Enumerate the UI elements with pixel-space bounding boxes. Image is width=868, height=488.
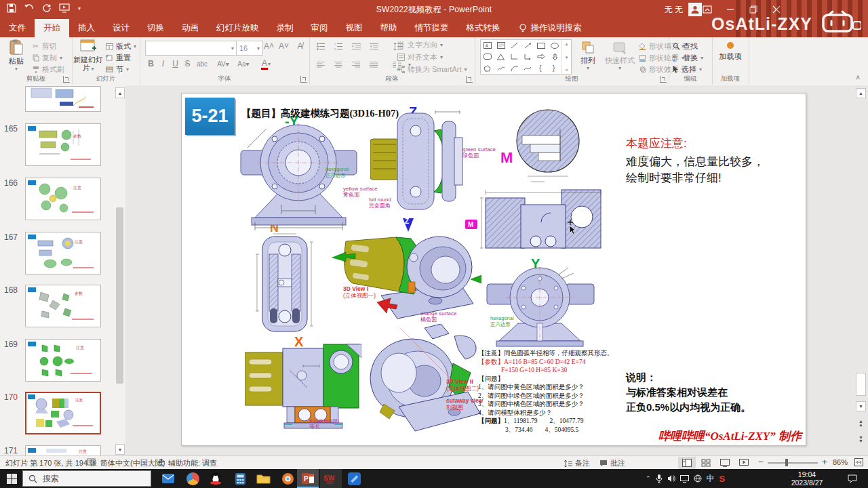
minimize-icon[interactable] <box>719 0 742 19</box>
italic-button[interactable]: I <box>157 58 169 70</box>
zoom-level[interactable]: 86% <box>833 458 848 466</box>
align-text-button[interactable]: 对齐文本 ▾ <box>397 52 443 62</box>
normal-view-icon[interactable] <box>678 457 696 469</box>
text-direction-button[interactable]: 文字方向 ▾ <box>397 39 443 50</box>
action-center-icon[interactable] <box>845 471 860 486</box>
clipboard-dialog-launcher[interactable] <box>63 76 70 83</box>
slide-thumbnail[interactable]: 注意 <box>25 445 101 455</box>
taskbar-app-calculator[interactable] <box>229 469 251 488</box>
scroll-down-icon[interactable]: ▼ <box>856 401 866 411</box>
tab-view[interactable]: 视图 <box>337 19 372 37</box>
tab-help[interactable]: 帮助 <box>372 19 406 37</box>
new-slide-button[interactable]: 新建幻灯片 ▾ <box>73 39 103 74</box>
tab-file[interactable]: 文件 <box>0 19 35 37</box>
tab-format-convert[interactable]: 格式转换 <box>458 19 509 37</box>
reset-button[interactable]: 重置 <box>106 52 131 63</box>
fit-to-window-icon[interactable] <box>854 458 863 466</box>
taskbar-app-qq[interactable] <box>205 469 226 488</box>
tab-animations[interactable]: 动画 <box>173 19 208 37</box>
taskbar-app-mail[interactable] <box>157 469 179 488</box>
bold-button[interactable]: B <box>145 58 157 70</box>
layout-button[interactable]: 版式 ▾ <box>106 41 136 52</box>
editing-canvas[interactable]: 5-21 【题目】高级建模练习题(3D16-H07) -Y Z M N Y X <box>125 85 868 455</box>
slide-thumbnail[interactable]: 注意 <box>25 178 101 220</box>
addins-button[interactable]: 加载项 <box>715 39 745 74</box>
slide-thumbnail[interactable]: 参数 <box>25 285 101 327</box>
tray-microphone-icon[interactable] <box>656 474 663 483</box>
font-name-combo[interactable]: ▾ <box>145 41 237 56</box>
decrease-font-icon[interactable]: A˅ <box>278 40 290 52</box>
taskbar-search[interactable]: 搜索 <box>22 470 151 487</box>
gallery-scroll[interactable]: ▴▾≡ <box>561 40 571 74</box>
thumb-scroll-up-icon[interactable]: ▲ <box>115 87 125 98</box>
cut-button[interactable]: ✂ 剪切 <box>33 41 56 52</box>
bullets-icon[interactable] <box>315 40 327 52</box>
slide-thumbnail[interactable] <box>25 86 101 112</box>
tell-me-search[interactable]: 操作说明搜索 <box>519 19 582 37</box>
tab-review[interactable]: 审阅 <box>302 19 337 37</box>
slide-thumbnail[interactable]: 注意 <box>25 339 101 382</box>
numbering-icon[interactable]: 12 <box>332 40 344 52</box>
shapes-gallery[interactable]: A { } ▴▾≡ <box>480 39 572 75</box>
increase-indent-icon[interactable] <box>368 40 380 52</box>
replace-button[interactable]: abac 替换 ▾ <box>673 52 703 63</box>
close-icon[interactable] <box>765 0 788 19</box>
proofing-icon[interactable] <box>87 458 96 466</box>
increase-font-icon[interactable]: A˄ <box>263 40 275 52</box>
change-case-button[interactable]: Aa▾ <box>235 58 252 70</box>
comments-button[interactable]: 批注 <box>599 458 625 468</box>
tab-record[interactable]: 录制 <box>268 19 302 37</box>
thumb-scrollbar-thumb[interactable] <box>116 207 123 384</box>
tray-display-icon[interactable] <box>680 475 689 483</box>
accessibility-status[interactable]: 辅助功能: 调查 <box>168 458 217 468</box>
tray-ime-indicator[interactable]: 中 <box>707 473 715 485</box>
scrollbar-thumb[interactable] <box>856 373 866 396</box>
find-button[interactable]: 查找 <box>673 41 698 52</box>
restore-icon[interactable] <box>742 0 765 19</box>
arrange-button[interactable]: 排列 ▾ <box>574 39 602 74</box>
align-right-icon[interactable] <box>350 58 362 70</box>
decrease-indent-icon[interactable] <box>350 40 362 52</box>
slide-counter[interactable]: 幻灯片 第 170 张, 共 194 张 <box>5 458 97 468</box>
convert-smartart-button[interactable]: 转换为 SmartArt ▾ <box>397 64 467 75</box>
quick-styles-button[interactable]: 快速样式 ▾ <box>604 39 636 74</box>
zoom-out-icon[interactable]: − <box>758 457 764 467</box>
underline-button[interactable]: U <box>170 58 181 70</box>
paragraph-dialog-launcher[interactable] <box>466 76 473 83</box>
collapse-ribbon-icon[interactable]: ˄ <box>856 74 860 81</box>
previous-slide-icon[interactable]: ▲▲ <box>856 418 866 428</box>
slide-thumbnail-selected[interactable]: 注意 <box>25 392 101 434</box>
paste-button[interactable]: 粘贴 ▾ <box>1 39 31 74</box>
taskbar-app-suite[interactable] <box>182 469 203 488</box>
accessibility-icon[interactable] <box>157 458 165 466</box>
zoom-slider[interactable] <box>768 462 818 464</box>
font-dialog-launcher[interactable] <box>300 76 307 83</box>
canvas-scrollbar[interactable]: ▲ ▼ ▲▲ ▼▼ <box>856 88 866 454</box>
format-painter-button[interactable]: 格式刷 <box>33 64 64 75</box>
font-color-button[interactable]: A▾ <box>258 58 274 70</box>
tab-storyboarding[interactable]: 情节提要 <box>406 19 458 37</box>
align-left-icon[interactable] <box>315 58 327 70</box>
tray-network-icon[interactable] <box>694 474 702 483</box>
taskbar-app-browser[interactable] <box>277 469 298 488</box>
zoom-slider-thumb[interactable] <box>785 459 788 466</box>
taskbar-app-blue[interactable] <box>343 469 365 488</box>
strikethrough-button[interactable]: S <box>182 58 193 70</box>
tab-slideshow[interactable]: 幻灯片放映 <box>208 19 268 37</box>
section-button[interactable]: 节 ▾ <box>106 64 129 75</box>
scroll-up-icon[interactable]: ▲ <box>856 88 866 98</box>
taskbar-app-explorer[interactable] <box>252 469 274 488</box>
tray-volume-icon[interactable] <box>667 474 675 483</box>
taskbar-app-powerpoint[interactable]: P <box>297 469 319 488</box>
thumbnail-scrollbar[interactable]: ▲ ▼ <box>115 85 125 455</box>
tab-home[interactable]: 开始 <box>35 19 69 37</box>
tab-transitions[interactable]: 切换 <box>138 19 173 37</box>
next-slide-icon[interactable]: ▼▼ <box>856 434 866 444</box>
tab-design[interactable]: 设计 <box>104 19 138 37</box>
slide-thumbnail[interactable]: 参数 <box>25 123 101 166</box>
start-button[interactable] <box>4 471 19 486</box>
slideshow-view-icon[interactable] <box>735 457 753 469</box>
taskbar-app-solidworks[interactable]: SW2022 <box>320 469 342 488</box>
notes-button[interactable]: 备注 <box>564 458 590 468</box>
tray-hidden-icons-icon[interactable]: ⌃ <box>646 475 651 482</box>
